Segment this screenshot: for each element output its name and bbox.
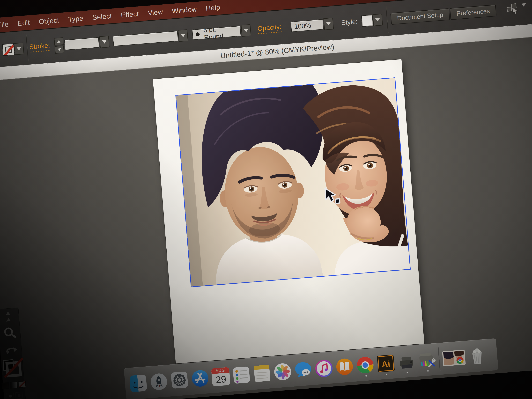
stepper-down-icon[interactable] — [55, 45, 64, 54]
dock-item-finder[interactable] — [129, 374, 148, 393]
fill-chevron-down-icon[interactable] — [14, 43, 24, 55]
dock-item-notes[interactable] — [253, 364, 272, 383]
dock-item-trash[interactable] — [468, 346, 487, 366]
dock-item-reminders[interactable] — [232, 365, 251, 385]
dock-item-itunes[interactable] — [314, 359, 334, 378]
brush-chevron-down-icon[interactable] — [241, 24, 251, 37]
document-setup-button[interactable]: Document Setup — [390, 8, 450, 25]
fill-stroke-swatches[interactable] — [2, 359, 23, 378]
divider — [386, 5, 388, 34]
menu-item-help[interactable]: Help — [206, 3, 221, 12]
style-swatch[interactable] — [361, 15, 374, 27]
dock-item-chrome[interactable] — [355, 355, 375, 374]
tool-slot-icons[interactable] — [6, 311, 11, 322]
none-button[interactable] — [19, 381, 26, 388]
drawing-modes[interactable] — [6, 392, 23, 399]
running-indicator-dot — [386, 374, 388, 375]
color-button[interactable] — [1, 382, 9, 389]
draw-normal-icon[interactable] — [6, 393, 14, 399]
menu-item-select[interactable]: Select — [92, 12, 112, 21]
dock-item-printer[interactable] — [397, 352, 416, 371]
calendar-day: 29 — [212, 373, 230, 386]
running-indicator-dot — [406, 372, 408, 374]
running-indicator-dot — [427, 370, 429, 372]
dock-divider — [438, 347, 441, 371]
laptop-screen: FileEditObjectTypeSelectEffectViewWindow… — [0, 0, 532, 399]
opacity-chevron-down-icon[interactable] — [323, 18, 334, 30]
dock-item-messages[interactable] — [294, 360, 313, 380]
opacity-label[interactable]: Opacity: — [257, 23, 282, 34]
brush-definition-select[interactable]: 5 pt. Round — [192, 26, 241, 40]
menu-item-file[interactable]: File — [0, 20, 9, 29]
tools-panel — [0, 308, 27, 399]
preferences-button[interactable]: Preferences — [450, 5, 497, 20]
brush-definition-value: 5 pt. Round — [203, 24, 238, 41]
divider — [26, 34, 29, 63]
select-similar-objects-icon[interactable] — [506, 3, 519, 15]
dock-item-calendar[interactable]: AUG29 — [211, 367, 230, 386]
dock-item-photos[interactable] — [273, 362, 292, 381]
select-similar-chevron-down-icon[interactable] — [522, 6, 526, 10]
style-chevron-down-icon[interactable] — [373, 14, 383, 26]
dock-item-app-store[interactable] — [190, 369, 210, 388]
draw-behind-icon[interactable] — [15, 392, 23, 399]
opacity-input[interactable] — [291, 19, 324, 32]
menu-item-effect[interactable]: Effect — [120, 10, 139, 19]
stroke-weight-chevron-down-icon[interactable] — [99, 36, 110, 48]
stroke-label[interactable]: Stroke: — [29, 42, 50, 53]
rotate-view-tool-icon[interactable] — [4, 344, 18, 356]
gradient-button[interactable] — [10, 381, 18, 389]
stroke-weight-stepper[interactable] — [54, 37, 64, 54]
dock-item-printer-utility[interactable] — [418, 350, 437, 370]
brush-preview-dot-icon — [196, 32, 200, 37]
running-indicator-dot — [365, 375, 367, 377]
selfie-photo — [176, 78, 410, 286]
menu-item-view[interactable]: View — [147, 8, 163, 17]
fill-none-swatch — [2, 43, 15, 56]
menu-item-object[interactable]: Object — [39, 16, 59, 26]
dock-item-ibooks[interactable] — [335, 357, 354, 376]
menu-item-type[interactable]: Type — [68, 14, 84, 23]
menu-item-window[interactable]: Window — [172, 5, 197, 15]
menu-item-edit[interactable]: Edit — [18, 19, 30, 27]
stroke-weight-input[interactable] — [64, 37, 99, 50]
dock-item-system-preferences[interactable] — [170, 370, 189, 390]
dock-item-minimized-window[interactable] — [442, 348, 466, 368]
zoom-tool-icon[interactable] — [1, 325, 18, 341]
width-profile-chevron-down-icon[interactable] — [178, 29, 188, 42]
artboard[interactable] — [153, 59, 424, 363]
dock-item-illustrator[interactable]: Ai — [376, 354, 395, 373]
dock-item-launchpad[interactable] — [149, 372, 169, 391]
width-profile-select[interactable] — [113, 31, 178, 46]
placed-image[interactable] — [175, 77, 411, 287]
style-label: Style: — [341, 18, 358, 26]
stepper-up-icon[interactable] — [54, 37, 64, 45]
fill-color-control[interactable] — [2, 43, 24, 56]
